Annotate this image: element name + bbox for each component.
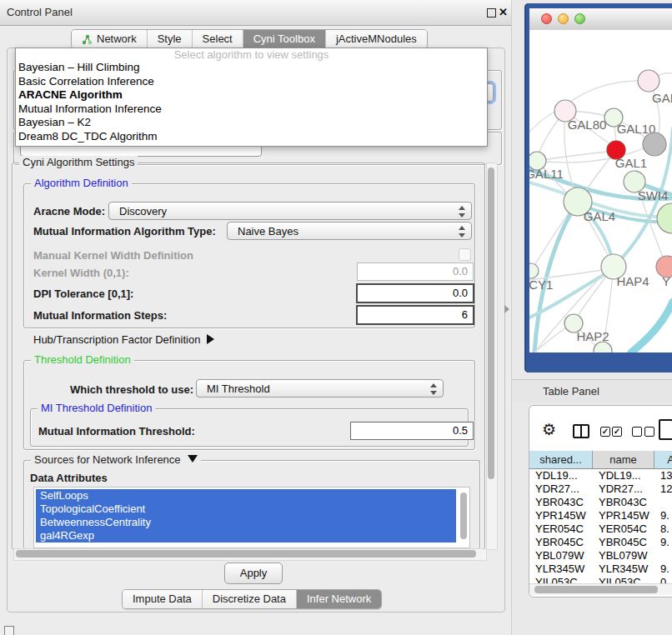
dpi-tolerance-field[interactable]: 0.0 (356, 283, 474, 303)
sources-group-title[interactable]: Sources for Network Inference (31, 453, 201, 466)
table-row[interactable]: YDL19...YDL19...13 (529, 469, 672, 482)
column-header-A[interactable]: A (654, 451, 672, 469)
apply-button[interactable]: Apply (224, 562, 283, 584)
settings-horizontal-scrollbar[interactable] (13, 548, 487, 561)
unchecked-checkbox-icon[interactable] (632, 427, 642, 437)
settings-horizontal-scrollbar-thumb[interactable] (16, 550, 476, 558)
table-cell: YLR345W (593, 562, 654, 576)
table-row[interactable]: YIL053CYIL053C0. (529, 576, 672, 583)
data-attribute-item[interactable]: TopologicalCoefficient (36, 502, 456, 516)
hub-section-toggle[interactable]: Hub/Transcription Factor Definition (33, 333, 214, 346)
which-threshold-combobox[interactable]: MI Threshold (196, 379, 444, 398)
network-edge (568, 81, 649, 103)
table-cell: 0. (654, 576, 672, 583)
table-row[interactable]: YDR27...YDR27...12 (529, 482, 672, 496)
minimize-traffic-light[interactable] (558, 13, 569, 24)
algorithm-option[interactable]: Dream8 DC_TDC Algorithm (16, 130, 487, 144)
sources-title-text: Sources for Network Inference (34, 453, 181, 466)
table-horizontal-scrollbar-thumb[interactable] (534, 586, 658, 593)
docked-panel-icon[interactable] (4, 626, 14, 635)
zoom-traffic-light[interactable] (574, 13, 585, 24)
table-cell: 13 (654, 469, 672, 482)
table-row[interactable]: YER054CYER054C8. (529, 522, 672, 536)
splitter-collapse-icon[interactable] (504, 305, 509, 313)
kernel-width-field[interactable]: 0.0 (357, 262, 474, 281)
aracne-mode-value: Discovery (119, 205, 167, 218)
tab-style[interactable]: Style (147, 30, 192, 48)
unchecked-checkbox-icon[interactable] (644, 427, 654, 437)
control-panel-title: Control Panel (7, 6, 73, 18)
settings-vertical-scrollbar-thumb[interactable] (488, 168, 494, 479)
tab-select[interactable]: Select (192, 30, 243, 48)
column-header-name[interactable]: name (593, 451, 654, 469)
mi-threshold-field[interactable]: 0.5 (350, 422, 474, 440)
network-node-label: Y (662, 274, 670, 288)
table-cell: YPR145W (529, 509, 593, 522)
table-cell: YBL079W (593, 549, 654, 562)
aracne-mode-combobox[interactable]: Discovery (108, 202, 472, 220)
network-edge (537, 152, 608, 161)
data-attribute-item[interactable]: BetweennessCentrality (36, 516, 456, 529)
settings-vertical-scrollbar[interactable] (486, 162, 498, 550)
dpi-tolerance-label: DPI Tolerance [0,1]: (33, 288, 133, 300)
network-edge-highlight (631, 302, 672, 352)
kernel-width-label: Kernel Width (0,1): (33, 267, 129, 279)
tab-label: Discretize Data (213, 590, 286, 608)
mi-steps-field[interactable]: 6 (356, 305, 474, 325)
manual-kernel-label: Manual Kernel Width Definition (33, 249, 193, 262)
tab-jactivemnodules[interactable]: jActiveMNodules (325, 30, 427, 48)
tab-impute-data[interactable]: Impute Data (123, 590, 202, 608)
network-node-gal-top[interactable] (638, 70, 659, 92)
tab-cyni-toolbox[interactable]: Cyni Toolbox (243, 30, 325, 48)
table-cell: 12 (654, 482, 672, 496)
algorithm-option[interactable]: ARACNE Algorithm (16, 88, 487, 102)
network-node-label: HAP4 (616, 274, 649, 288)
attribute-list-scrollbar[interactable] (460, 492, 467, 539)
table-row[interactable]: YBR045CYBR045C9. (529, 536, 672, 549)
network-canvas[interactable]: GALGAL80GAL10GAL1GAL11SWI4GAL4GCY1HAP4YH… (529, 30, 672, 352)
tab-infer-network[interactable]: Infer Network (296, 590, 381, 608)
mi-steps-label: Mutual Information Steps: (33, 309, 167, 322)
algorithm-option[interactable]: Bayesian – Hill Climbing (16, 61, 487, 75)
mi-type-combobox[interactable]: Naive Bayes (227, 222, 472, 240)
manual-kernel-checkbox[interactable] (459, 248, 471, 261)
table-horizontal-scrollbar[interactable] (529, 583, 672, 595)
network-node-label: GAL (652, 91, 672, 105)
tab-label: Select (203, 30, 233, 48)
table-row[interactable]: YBL079WYBL079W (529, 549, 672, 562)
table-cell: YBR045C (529, 536, 593, 549)
tab-network[interactable]: Network (72, 30, 147, 48)
network-node-big-green[interactable] (657, 203, 672, 233)
algorithm-option[interactable]: Mutual Information Inference (16, 102, 487, 117)
table-cell: 8. (654, 522, 672, 536)
table-cell: YER054C (529, 522, 593, 536)
tab-label: Cyni Toolbox (253, 30, 315, 48)
algorithm-option[interactable]: Bayesian – K2 (16, 116, 487, 130)
combo-arrows-icon (459, 226, 465, 238)
dropdown-placeholder: Select algorithm to view settings (16, 48, 487, 61)
close-traffic-light[interactable] (541, 13, 552, 24)
gear-icon[interactable]: ⚙ (542, 422, 556, 438)
column-header-shared[interactable]: shared... (529, 451, 593, 469)
control-panel-tabbar: NetworkStyleSelectCyni ToolboxjActiveMNo… (71, 29, 428, 49)
network-node-gcy1[interactable] (529, 263, 539, 278)
column-chooser-icon[interactable] (573, 424, 589, 438)
table-row[interactable]: YLR345WYLR345W9. (529, 562, 672, 576)
network-node-gray-node[interactable] (643, 132, 666, 156)
algorithm-option[interactable]: Basic Correlation Inference (16, 75, 487, 89)
table-cell: YLR345W (529, 562, 593, 576)
network-node-label: GAL1 (615, 156, 647, 170)
checked-checkbox-icon[interactable]: ✓ (612, 427, 622, 437)
close-icon[interactable]: ✕ (499, 6, 508, 18)
data-attributes-list[interactable]: SelfLoopsTopologicalCoefficientBetweenne… (33, 487, 470, 548)
data-attribute-item[interactable]: gal4RGexp (36, 529, 456, 542)
table-panel-titlebar: Table Panel (512, 379, 672, 402)
data-attribute-item[interactable]: SelfLoops (36, 489, 456, 502)
checked-checkbox-icon[interactable]: ✓ (600, 427, 610, 437)
export-table-icon[interactable] (659, 419, 672, 440)
tab-discretize-data[interactable]: Discretize Data (202, 590, 296, 608)
table-panel-card: ⚙ ✓ ✓ shared...nameA YDL19...YDL19...13Y… (529, 405, 672, 598)
float-window-icon[interactable] (487, 8, 496, 18)
table-row[interactable]: YBR043CYBR043C (529, 496, 672, 509)
table-row[interactable]: YPR145WYPR145W9. (529, 509, 672, 522)
